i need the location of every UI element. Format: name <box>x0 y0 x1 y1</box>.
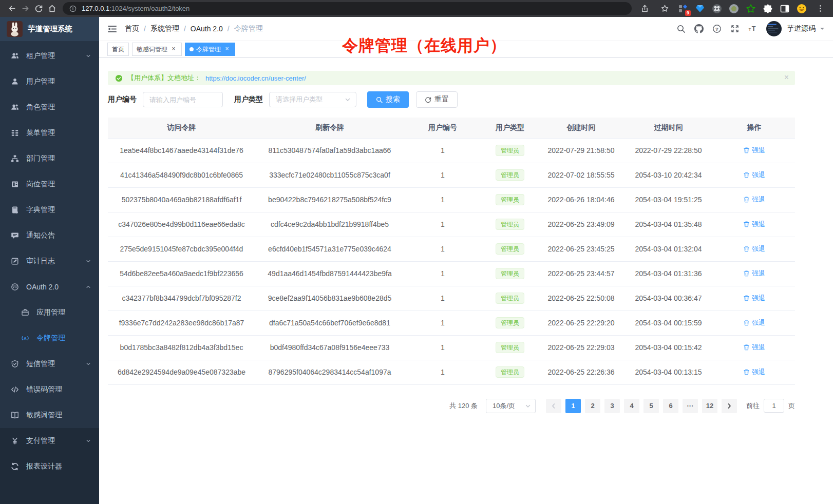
extension-record-icon[interactable] <box>729 4 739 14</box>
sidebar-item-label: 角色管理 <box>26 103 91 112</box>
user-name[interactable]: 芋道源码 <box>787 24 816 33</box>
page-button[interactable]: 1 <box>565 399 581 413</box>
force-logout-button[interactable]: 强退 <box>743 318 765 327</box>
help-icon[interactable]: ? <box>712 24 722 33</box>
search-icon[interactable] <box>676 24 686 33</box>
prev-page-button[interactable] <box>546 399 561 413</box>
tab-label: 敏感词管理 <box>137 45 167 54</box>
extension-star-icon[interactable] <box>746 4 756 14</box>
force-logout-button[interactable]: 强退 <box>743 343 765 352</box>
page-button[interactable]: 5 <box>643 399 659 413</box>
tab[interactable]: 首页 <box>107 43 129 56</box>
force-logout-button[interactable]: 强退 <box>743 294 765 303</box>
table-row: b0d1785bc3a8482f812db4a3f3bd15ecb0df4980… <box>108 335 795 360</box>
tab[interactable]: 令牌管理× <box>185 43 235 56</box>
alert-close-icon[interactable]: × <box>784 73 789 82</box>
force-logout-button[interactable]: 强退 <box>743 269 765 278</box>
page-button[interactable]: 3 <box>604 399 620 413</box>
page-buttons: 123456···12 <box>565 399 717 413</box>
menu-tree-icon <box>11 129 19 137</box>
sidebar-item[interactable]: 短信管理 <box>0 351 99 377</box>
create-time-cell: 2022-06-25 23:49:09 <box>539 212 623 237</box>
force-logout-button[interactable]: 强退 <box>743 146 765 155</box>
sidebar-item[interactable]: 菜单管理 <box>0 120 99 146</box>
user-id-input[interactable] <box>143 92 223 107</box>
browser-menu-icon[interactable] <box>813 2 827 15</box>
user-type-select[interactable]: 请选择用户类型 <box>269 92 356 107</box>
extensions-puzzle-icon[interactable] <box>763 4 773 14</box>
sidebar-collapse-icon[interactable] <box>107 25 117 33</box>
reset-button[interactable]: 重置 <box>416 91 458 108</box>
sidebar-item[interactable]: 岗位管理 <box>0 171 99 197</box>
page-size-select[interactable]: 10条/页 <box>486 399 536 413</box>
search-button[interactable]: 搜索 <box>367 91 409 108</box>
breadcrumb-separator: / <box>144 25 146 33</box>
svg-text:T: T <box>748 27 751 32</box>
breadcrumb-item[interactable]: OAuth 2.0 <box>191 25 223 33</box>
user-type-badge: 管理员 <box>496 268 524 279</box>
sidebar-item[interactable]: OAuth 2.0 <box>0 274 99 300</box>
page-button[interactable]: 4 <box>624 399 639 413</box>
site-info-icon[interactable] <box>69 5 77 13</box>
force-logout-button[interactable]: 强退 <box>743 244 765 254</box>
fullscreen-icon[interactable] <box>730 24 740 33</box>
user-type-badge: 管理员 <box>496 219 524 230</box>
breadcrumb-item[interactable]: 首页 <box>125 24 139 33</box>
sidebar-item[interactable]: 支付管理 <box>0 428 99 454</box>
sidebar-item[interactable]: 部门管理 <box>0 146 99 171</box>
app-logo[interactable]: 芋道管理系统 <box>0 17 99 41</box>
force-logout-button[interactable]: 强退 <box>743 367 765 377</box>
breadcrumb-item: 令牌管理 <box>234 24 263 33</box>
extension-command-icon[interactable] <box>712 4 722 14</box>
sidebar-item[interactable]: 敏感词管理 <box>0 402 99 428</box>
create-time-cell: 2022-06-25 23:44:57 <box>539 261 623 286</box>
page-button[interactable]: 2 <box>585 399 600 413</box>
force-logout-button[interactable]: 强退 <box>743 220 765 229</box>
sidebar-item[interactable]: 通知公告 <box>0 223 99 248</box>
back-icon[interactable] <box>5 2 18 15</box>
tab[interactable]: 敏感词管理× <box>132 43 182 56</box>
github-icon[interactable] <box>694 24 704 33</box>
sidebar-item-label: 错误码管理 <box>26 385 91 394</box>
address-bar[interactable]: 127.0.0.1:1024/system/oauth2/token <box>63 2 632 15</box>
force-logout-button[interactable]: 强退 <box>743 170 765 180</box>
sidebar-item[interactable]: 租户管理 <box>0 43 99 69</box>
force-logout-button[interactable]: 强退 <box>743 195 765 204</box>
user-type-cell: 管理员 <box>481 311 539 335</box>
font-size-icon[interactable]: TT <box>748 24 758 33</box>
sidebar-item[interactable]: 用户管理 <box>0 69 99 94</box>
forward-icon[interactable] <box>18 2 32 15</box>
sidebar-item[interactable]: 字典管理 <box>0 197 99 223</box>
extension-grid-icon[interactable]: 9 <box>678 4 688 14</box>
sidebar-item[interactable]: 审计日志 <box>0 248 99 274</box>
reload-icon[interactable] <box>32 2 45 15</box>
alert-link[interactable]: https://doc.iocoder.cn/user-center/ <box>205 74 306 82</box>
close-icon[interactable]: × <box>223 46 231 53</box>
url-host: 127.0.0.1 <box>82 5 109 12</box>
side-panel-icon[interactable] <box>780 4 790 14</box>
sidebar-item[interactable]: 角色管理 <box>0 94 99 120</box>
page-button[interactable]: 6 <box>663 399 678 413</box>
share-icon[interactable] <box>638 2 651 15</box>
page-button[interactable]: 12 <box>702 399 717 413</box>
filter-bar: 用户编号 用户类型 请选择用户类型 搜索 重置 <box>108 91 795 108</box>
sidebar-item[interactable]: 应用管理 <box>0 300 99 325</box>
action-cell: 强退 <box>713 311 795 335</box>
extension-gem-icon[interactable] <box>695 4 705 14</box>
close-icon[interactable]: × <box>170 46 177 53</box>
trash-icon <box>743 295 750 301</box>
sidebar-item[interactable]: 错误码管理 <box>0 377 99 402</box>
sidebar-item[interactable]: A令牌管理 <box>0 325 99 351</box>
next-page-button[interactable] <box>722 399 737 413</box>
force-logout-label: 强退 <box>752 244 765 254</box>
sidebar-item[interactable]: 报表设计器 <box>0 454 99 479</box>
user-avatar[interactable] <box>766 21 782 36</box>
bookmark-star-icon[interactable] <box>658 2 671 15</box>
caret-down-icon[interactable] <box>820 26 825 31</box>
page-ellipsis-button[interactable]: ··· <box>683 399 698 413</box>
profile-emoji-icon[interactable] <box>797 4 807 14</box>
create-time-cell: 2022-06-26 18:04:46 <box>539 187 623 212</box>
breadcrumb-item[interactable]: 系统管理 <box>150 24 179 33</box>
home-icon[interactable] <box>45 2 59 15</box>
goto-page-input[interactable] <box>764 399 784 413</box>
